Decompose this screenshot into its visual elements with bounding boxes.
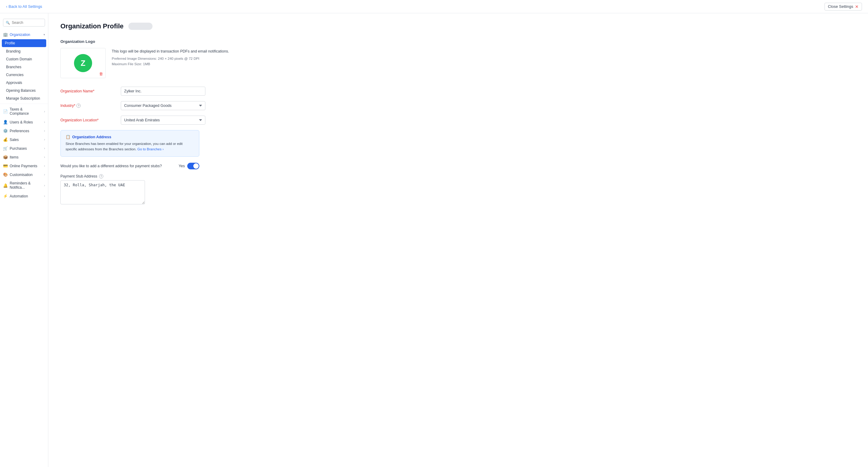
logo-info: This logo will be displayed in transacti… <box>112 48 229 67</box>
approvals-label: Approvals <box>6 80 22 85</box>
sidebar-item-reminders[interactable]: 🔔 Reminders & Notifica... › <box>0 179 48 192</box>
go-to-branches-link[interactable]: Go to Branches › <box>137 147 164 151</box>
chevron-right-icon-6: › <box>44 156 45 159</box>
logo-delete-button[interactable]: 🗑 <box>99 71 103 76</box>
stub-address-help-icon[interactable]: ? <box>99 174 103 178</box>
stub-address-label: Payment Stub Address <box>60 174 97 178</box>
info-box-header: 📋 Organization Address <box>65 135 194 139</box>
users-label: Users & Roles <box>10 120 33 124</box>
sidebar-item-sales[interactable]: 💰 Sales › <box>0 135 48 144</box>
customisation-label: Customisation <box>10 173 33 177</box>
sales-label: Sales <box>10 138 19 142</box>
chevron-left-icon: ‹ <box>6 4 7 9</box>
sidebar-item-customisation[interactable]: 🎨 Customisation › <box>0 170 48 179</box>
page-header: Organization Profile <box>60 22 856 30</box>
online-payments-icon: 💳 <box>3 164 8 168</box>
top-bar: ‹ Back to All Settings Close Settings ✕ <box>0 0 868 13</box>
preferences-label: Preferences <box>10 129 29 133</box>
close-settings-button[interactable]: Close Settings ✕ <box>825 3 862 10</box>
opening-balances-label: Opening Balances <box>6 89 36 93</box>
location-row: Organization Location* United Arab Emira… <box>60 115 856 125</box>
sidebar-item-opening-balances[interactable]: Opening Balances <box>0 87 48 95</box>
payment-stub-row: Would you like to add a different addres… <box>60 163 199 169</box>
location-label: Organization Location* <box>60 118 115 122</box>
header-badge <box>128 23 153 30</box>
industry-row: Industry* ? Consumer Packaged Goods Tech… <box>60 101 856 110</box>
logo-section-label: Organization Logo <box>60 39 856 44</box>
sidebar-item-items[interactable]: 📦 Items › <box>0 153 48 162</box>
purchases-label: Purchases <box>10 146 27 151</box>
logo-max-size: Maximum File Size: 1MB <box>112 61 229 67</box>
logo-letter: Z <box>81 59 86 68</box>
organization-label: Organization <box>10 33 30 37</box>
branding-label: Branding <box>6 49 21 54</box>
sidebar-item-online-payments[interactable]: 💳 Online Payments › <box>0 162 48 170</box>
org-name-label: Organization Name* <box>60 89 115 93</box>
yes-label: Yes <box>179 164 185 168</box>
sidebar-item-users-roles[interactable]: 👤 Users & Roles › <box>0 118 48 127</box>
location-select[interactable]: United Arab Emirates United States Unite… <box>121 115 205 125</box>
users-icon: 👤 <box>3 120 8 124</box>
purchases-icon: 🛒 <box>3 146 8 151</box>
sidebar-item-manage-subscription[interactable]: Manage Subscription <box>0 95 48 102</box>
chevron-right-icon-2: › <box>44 121 45 124</box>
stub-label-row: Payment Stub Address ? <box>60 174 199 178</box>
automation-label: Automation <box>10 194 28 198</box>
sidebar-item-taxes-compliance[interactable]: 📄 Taxes & Compliance › <box>0 105 48 118</box>
back-label: Back to All Settings <box>8 4 42 9</box>
industry-help-icon[interactable]: ? <box>76 104 81 108</box>
sidebar-item-purchases[interactable]: 🛒 Purchases › <box>0 144 48 153</box>
page-title: Organization Profile <box>60 22 124 30</box>
sidebar-item-custom-domain[interactable]: Custom Domain <box>0 55 48 63</box>
close-label: Close Settings <box>828 4 853 9</box>
taxes-icon: 📄 <box>3 109 8 114</box>
toggle-row: Yes <box>179 163 199 169</box>
industry-select[interactable]: Consumer Packaged Goods Technology Healt… <box>121 101 205 110</box>
logo-preview: Z 🗑 <box>60 48 106 78</box>
org-name-row: Organization Name* <box>60 87 856 96</box>
chevron-right-icon-4: › <box>44 138 45 141</box>
reminders-label: Reminders & Notifica... <box>10 181 42 190</box>
chevron-right-icon: › <box>44 110 45 113</box>
sidebar-item-currencies[interactable]: Currencies <box>0 71 48 79</box>
search-box[interactable]: 🔍 <box>3 19 45 27</box>
chevron-down-icon: ▾ <box>43 33 45 36</box>
sidebar-item-organization[interactable]: 🏢 Organization ▾ <box>0 30 48 39</box>
content-area: Organization Profile Organization Logo Z… <box>48 13 868 467</box>
search-input[interactable] <box>12 21 42 25</box>
custom-domain-label: Custom Domain <box>6 57 32 61</box>
sidebar-item-branches[interactable]: Branches <box>0 63 48 71</box>
sidebar-item-profile[interactable]: Profile <box>2 39 46 47</box>
logo-info-title: This logo will be displayed in transacti… <box>112 49 229 54</box>
manage-subscription-label: Manage Subscription <box>6 96 40 101</box>
payment-stub-question: Would you like to add a different addres… <box>60 164 162 168</box>
stub-textarea-wrapper: 32, Rolla, Sharjah, the UAE <box>60 180 199 206</box>
address-box-text: Since Branches has been enabled for your… <box>65 141 194 152</box>
org-name-input[interactable] <box>121 87 205 96</box>
stub-address-textarea[interactable]: 32, Rolla, Sharjah, the UAE <box>60 180 145 204</box>
logo-box: Z 🗑 This logo will be displayed in trans… <box>60 48 856 78</box>
sidebar-item-approvals[interactable]: Approvals <box>0 79 48 87</box>
taxes-label: Taxes & Compliance <box>10 107 42 115</box>
payment-stub-toggle[interactable] <box>187 163 199 169</box>
chevron-right-icon-7: › <box>44 164 45 168</box>
sidebar-item-preferences[interactable]: ⚙️ Preferences › <box>0 127 48 135</box>
items-icon: 📦 <box>3 155 8 159</box>
preferences-icon: ⚙️ <box>3 129 8 133</box>
main-layout: 🔍 🏢 Organization ▾ Profile Branding Cust… <box>0 13 868 467</box>
chevron-right-icon-9: › <box>44 184 45 187</box>
chevron-right-icon-5: › <box>44 147 45 150</box>
automation-icon: ⚡ <box>3 194 8 198</box>
search-icon: 🔍 <box>6 21 10 25</box>
industry-label: Industry* ? <box>60 104 115 108</box>
online-payments-label: Online Payments <box>10 164 37 168</box>
logo-section: Organization Logo Z 🗑 This logo will be … <box>60 39 856 78</box>
sidebar: 🔍 🏢 Organization ▾ Profile Branding Cust… <box>0 13 48 467</box>
sidebar-item-branding[interactable]: Branding <box>0 47 48 55</box>
back-to-settings-link[interactable]: ‹ Back to All Settings <box>6 4 42 9</box>
customisation-icon: 🎨 <box>3 172 8 177</box>
toggle-thumb <box>193 163 199 169</box>
address-icon: 📋 <box>65 135 70 139</box>
sidebar-item-automation[interactable]: ⚡ Automation › <box>0 192 48 200</box>
logo-dimensions: Preferred Image Dimensions: 240 × 240 pi… <box>112 56 229 61</box>
